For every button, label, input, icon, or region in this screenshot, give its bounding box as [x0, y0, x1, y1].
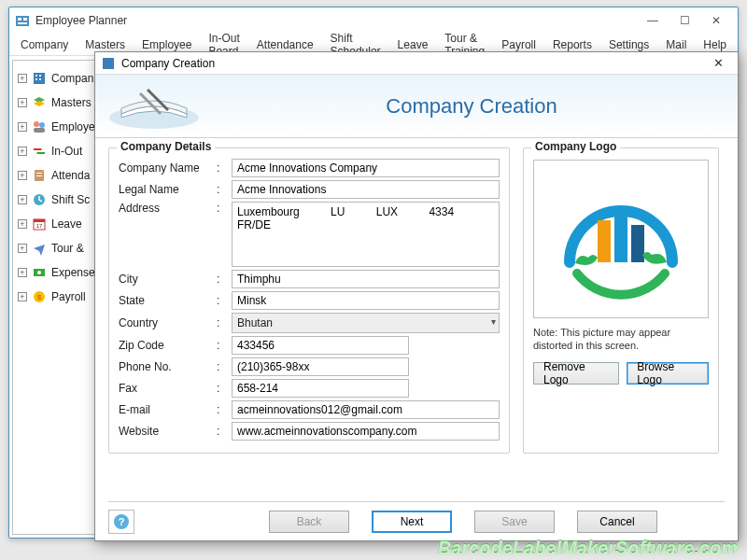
- next-button[interactable]: Next: [372, 511, 452, 533]
- close-button[interactable]: ✕: [700, 10, 732, 31]
- expand-icon[interactable]: +: [18, 122, 27, 132]
- notebook-icon: [103, 80, 205, 133]
- expand-icon[interactable]: +: [18, 244, 27, 253]
- label-fax: Fax: [119, 382, 217, 395]
- logo-legend: Company Logo: [531, 140, 620, 153]
- dialog-footer: ? Back Next Save Cancel: [108, 501, 725, 533]
- expand-icon[interactable]: +: [18, 268, 27, 277]
- company-name-input[interactable]: [232, 159, 500, 177]
- clock-icon: [32, 192, 47, 207]
- svg-text:17: 17: [36, 223, 43, 229]
- app-icon: [15, 13, 30, 28]
- label-country: Country: [119, 316, 217, 329]
- tree-label: Compan: [51, 72, 93, 85]
- label-state: State: [119, 294, 217, 307]
- logo-image-icon: [551, 169, 691, 309]
- label-website: Website: [119, 425, 217, 438]
- cancel-button[interactable]: Cancel: [577, 511, 657, 533]
- country-select[interactable]: Bhutan▾: [232, 313, 500, 333]
- phone-input[interactable]: [232, 357, 409, 376]
- expand-icon[interactable]: +: [18, 219, 27, 229]
- svg-point-11: [34, 121, 39, 127]
- tree-label: Leave: [51, 217, 82, 231]
- expand-icon[interactable]: +: [18, 98, 27, 107]
- stack-icon: [32, 95, 47, 110]
- tree-label: Payroll: [51, 290, 86, 303]
- save-button[interactable]: Save: [474, 511, 555, 533]
- expand-icon[interactable]: +: [18, 147, 27, 156]
- label-legal-name: Legal Name: [119, 183, 217, 196]
- website-input[interactable]: [232, 422, 500, 441]
- expand-icon[interactable]: +: [18, 292, 27, 301]
- legal-name-input[interactable]: [232, 180, 500, 199]
- clipboard-icon: [32, 168, 47, 183]
- svg-point-22: [37, 271, 41, 274]
- menu-company[interactable]: Company: [12, 35, 77, 54]
- city-input[interactable]: [232, 270, 500, 288]
- tree-label: In-Out: [51, 145, 82, 158]
- svg-rect-6: [39, 75, 41, 77]
- tree-label: Masters: [51, 96, 92, 109]
- main-title: Employee Planner: [35, 14, 127, 27]
- dialog-header: Company Creation: [95, 75, 738, 138]
- fax-input[interactable]: [232, 379, 409, 398]
- back-button[interactable]: Back: [269, 511, 349, 533]
- svg-text:?: ?: [119, 516, 125, 527]
- calendar-icon: 17: [32, 217, 47, 231]
- company-creation-dialog: Company Creation ✕ Company Creation Comp…: [94, 51, 739, 541]
- svg-rect-2: [23, 18, 27, 21]
- logo-preview: [533, 160, 709, 318]
- svg-rect-30: [614, 206, 627, 262]
- maximize-button[interactable]: ☐: [669, 10, 700, 31]
- expand-icon[interactable]: +: [18, 195, 27, 204]
- label-city: City: [119, 273, 217, 286]
- chevron-down-icon: ▾: [491, 316, 496, 327]
- country-value: Bhutan: [232, 313, 500, 333]
- tree-label: Tour &: [51, 242, 84, 255]
- minimize-button[interactable]: —: [637, 10, 669, 31]
- tree-label: Expense: [51, 266, 95, 279]
- svg-rect-1: [18, 18, 21, 21]
- address-input[interactable]: Luxembourg LU LUX 4334 FR/DE: [232, 202, 500, 267]
- remove-logo-button[interactable]: Remove Logo: [533, 362, 619, 385]
- company-logo-fieldset: Company Logo Note: This picture may appe…: [523, 147, 719, 454]
- svg-rect-25: [103, 58, 114, 69]
- label-zip: Zip Code: [119, 339, 217, 352]
- svg-marker-10: [34, 101, 45, 106]
- svg-point-12: [39, 122, 45, 128]
- coin-icon: $: [32, 289, 47, 304]
- svg-rect-5: [35, 75, 37, 77]
- expand-icon[interactable]: +: [18, 74, 27, 83]
- dialog-titlebar: Company Creation ✕: [95, 52, 738, 75]
- dialog-title: Company Creation: [121, 57, 215, 70]
- plane-icon: [32, 241, 47, 256]
- svg-rect-19: [34, 219, 45, 222]
- state-input[interactable]: [232, 291, 500, 310]
- svg-text:$: $: [37, 293, 42, 301]
- tree-label: Attenda: [51, 169, 90, 182]
- building-icon: [32, 71, 47, 86]
- svg-rect-13: [34, 128, 45, 133]
- watermark: BarcodeLabelMakerSoftware.com: [438, 537, 738, 558]
- svg-rect-7: [35, 78, 37, 80]
- email-input[interactable]: [232, 400, 500, 419]
- label-email: E-mail: [119, 403, 217, 416]
- label-company-name: Company Name: [119, 161, 217, 175]
- logo-note: Note: This picture may appear distorted …: [533, 326, 709, 353]
- zip-input[interactable]: [232, 336, 409, 355]
- dialog-header-title: Company Creation: [205, 94, 738, 119]
- dialog-close-button[interactable]: ✕: [704, 54, 732, 73]
- browse-logo-button[interactable]: Browse Logo: [627, 362, 709, 385]
- svg-rect-31: [631, 225, 644, 262]
- svg-rect-0: [16, 16, 29, 26]
- svg-rect-29: [598, 220, 611, 262]
- svg-rect-8: [39, 78, 41, 80]
- details-legend: Company Details: [117, 140, 215, 153]
- help-button[interactable]: ?: [108, 510, 134, 534]
- arrows-icon: [32, 144, 47, 159]
- svg-rect-3: [18, 22, 27, 24]
- svg-rect-15: [36, 173, 42, 174]
- svg-rect-16: [36, 175, 42, 176]
- expand-icon[interactable]: +: [18, 171, 27, 180]
- tree-label: Employe: [51, 120, 95, 133]
